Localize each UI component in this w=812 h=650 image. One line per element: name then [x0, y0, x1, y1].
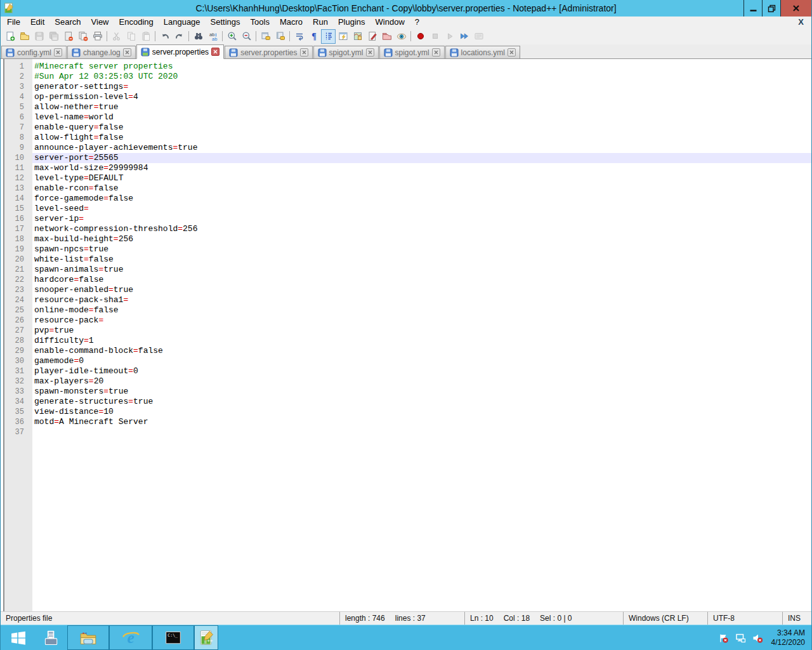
editor-line-27[interactable]: 27pvp=true [1, 326, 811, 336]
tab-locations-yml-6[interactable]: locations.yml [445, 46, 520, 58]
print-button[interactable] [90, 29, 105, 44]
tab-close-icon[interactable] [300, 48, 308, 56]
monitoring-button[interactable] [394, 29, 409, 44]
tab-change-log-1[interactable]: change.log [67, 46, 136, 58]
line-number[interactable]: 23 [1, 285, 32, 295]
editor-line-32[interactable]: 32max-players=20 [1, 376, 811, 387]
zoom-in-button[interactable] [225, 29, 239, 44]
action-center-alert-icon[interactable] [717, 632, 729, 644]
editor-pane[interactable]: 1#Minecraft server properties2#Sun Apr 1… [1, 59, 811, 611]
tab-close-icon[interactable] [123, 48, 131, 56]
editor-line-36[interactable]: 36motd=A Minecraft Server [1, 417, 811, 427]
line-number[interactable]: 11 [1, 163, 32, 173]
close-file-button[interactable] [61, 29, 75, 44]
editor-line-3[interactable]: 3generator-settings= [1, 82, 811, 92]
line-number[interactable]: 4 [1, 92, 32, 102]
line-number[interactable]: 21 [1, 265, 32, 275]
line-number[interactable]: 5 [1, 102, 32, 112]
menu-edit[interactable]: Edit [25, 17, 49, 28]
editor-line-21[interactable]: 21spawn-animals=true [1, 265, 811, 275]
editor-line-31[interactable]: 31player-idle-timeout=0 [1, 366, 811, 376]
restore-button[interactable] [762, 0, 780, 17]
menu-encoding[interactable]: Encoding [114, 17, 159, 28]
document-content[interactable]: 1#Minecraft server properties2#Sun Apr 1… [1, 62, 811, 437]
sync-horizontal-scroll-button[interactable] [273, 29, 287, 44]
word-wrap-button[interactable] [292, 29, 306, 44]
tab-close-icon[interactable] [54, 48, 62, 56]
paste-button[interactable] [138, 29, 153, 44]
menubar-close-button[interactable]: X [798, 17, 804, 28]
editor-line-17[interactable]: 17network-compression-threshold=256 [1, 224, 811, 234]
macro-save-button[interactable] [471, 29, 486, 44]
network-status-icon[interactable] [735, 632, 746, 644]
folder-as-workspace-button[interactable] [379, 29, 394, 44]
volume-muted-icon[interactable] [752, 632, 763, 644]
macro-stop-button[interactable] [428, 29, 442, 44]
line-number[interactable]: 10 [1, 153, 32, 163]
editor-line-25[interactable]: 25online-mode=false [1, 305, 811, 315]
editor-line-9[interactable]: 9announce-player-achievements=true [1, 143, 811, 153]
editor-line-23[interactable]: 23snooper-enabled=true [1, 285, 811, 295]
server-manager-button[interactable] [36, 625, 67, 650]
editor-line-37[interactable]: 37 [1, 427, 811, 437]
editor-line-20[interactable]: 20white-list=false [1, 255, 811, 265]
editor-line-16[interactable]: 16server-ip= [1, 214, 811, 224]
file-explorer-button[interactable] [67, 625, 109, 650]
tab-config-yml-0[interactable]: config.yml [1, 46, 67, 58]
menu-macro[interactable]: Macro [275, 17, 308, 28]
line-number[interactable]: 8 [1, 133, 32, 143]
line-number[interactable]: 30 [1, 356, 32, 366]
editor-line-30[interactable]: 30gamemode=0 [1, 356, 811, 366]
copy-button[interactable] [124, 29, 138, 44]
editor-line-29[interactable]: 29enable-command-block=false [1, 346, 811, 356]
taskbar-clock[interactable]: 3:34 AM 4/12/2020 [769, 628, 805, 647]
editor-line-12[interactable]: 12level-type=DEFAULT [1, 173, 811, 183]
editor-line-33[interactable]: 33spawn-monsters=true [1, 387, 811, 397]
minimize-button[interactable] [743, 0, 762, 17]
menu-tools[interactable]: Tools [246, 17, 275, 28]
line-number[interactable]: 34 [1, 397, 32, 407]
editor-line-24[interactable]: 24resource-pack-sha1= [1, 295, 811, 305]
show-all-characters-button[interactable]: ¶ [306, 29, 321, 44]
line-number[interactable]: 24 [1, 295, 32, 305]
macro-play-button[interactable] [442, 29, 457, 44]
editor-line-8[interactable]: 8allow-flight=false [1, 133, 811, 143]
editor-line-5[interactable]: 5allow-nether=true [1, 102, 811, 112]
line-number[interactable]: 36 [1, 417, 32, 427]
editor-line-6[interactable]: 6level-name=world [1, 112, 811, 123]
open-file-button[interactable] [17, 29, 32, 44]
editor-line-11[interactable]: 11max-world-size=29999984 [1, 163, 811, 173]
editor-line-26[interactable]: 26resource-pack= [1, 315, 811, 326]
find-button[interactable] [191, 29, 206, 44]
editor-line-4[interactable]: 4op-permission-level=4 [1, 92, 811, 102]
editor-line-18[interactable]: 18max-build-height=256 [1, 234, 811, 244]
line-number[interactable]: 7 [1, 123, 32, 133]
line-number[interactable]: 35 [1, 407, 32, 417]
document-switcher-button[interactable] [365, 29, 379, 44]
show-indent-guide-button[interactable] [321, 29, 336, 44]
line-number[interactable]: 26 [1, 315, 32, 326]
document-map-button[interactable] [350, 29, 365, 44]
menu-settings[interactable]: Settings [206, 17, 246, 28]
undo-button[interactable] [157, 29, 172, 44]
line-number[interactable]: 15 [1, 204, 32, 214]
line-number[interactable]: 25 [1, 305, 32, 315]
replace-button[interactable]: abab [206, 29, 220, 44]
editor-line-10[interactable]: 10server-port=25565 [1, 153, 811, 163]
tab-close-icon[interactable] [211, 48, 219, 56]
menu-search[interactable]: Search [49, 17, 86, 28]
line-number[interactable]: 3 [1, 82, 32, 92]
save-all-button[interactable] [46, 29, 61, 44]
internet-explorer-button[interactable]: e [109, 625, 152, 650]
menu-plugins[interactable]: Plugins [333, 17, 370, 28]
tab-close-icon[interactable] [366, 48, 374, 56]
line-number[interactable]: 19 [1, 244, 32, 255]
line-number[interactable]: 27 [1, 326, 32, 336]
line-number[interactable]: 2 [1, 72, 32, 82]
menu-run[interactable]: Run [308, 17, 333, 28]
line-number[interactable]: 20 [1, 255, 32, 265]
editor-line-15[interactable]: 15level-seed= [1, 204, 811, 214]
tab-server-properties-3[interactable]: server.properties [225, 46, 312, 58]
editor-line-34[interactable]: 34generate-structures=true [1, 397, 811, 407]
line-number[interactable]: 18 [1, 234, 32, 244]
